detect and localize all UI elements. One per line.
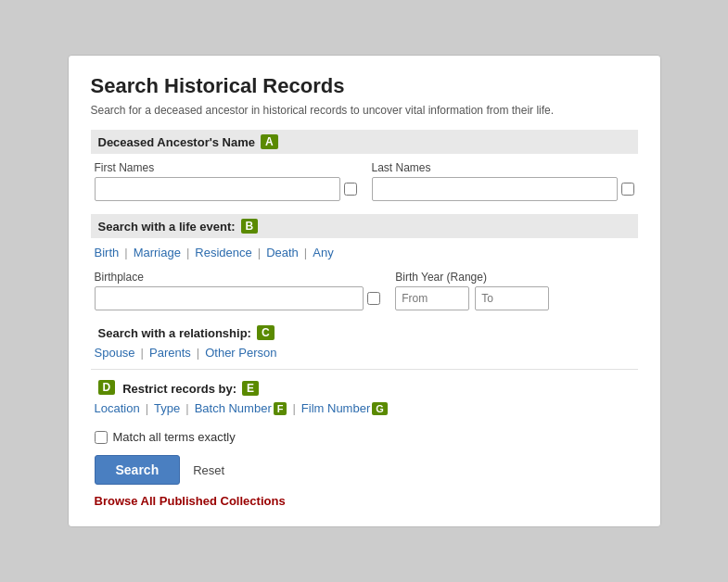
restrict-type[interactable]: Type <box>154 401 180 415</box>
page-subtitle: Search for a deceased ancestor in histor… <box>91 104 638 117</box>
life-event-birth[interactable]: Birth <box>95 246 120 259</box>
birthplace-checkbox[interactable] <box>367 292 380 305</box>
birth-year-label: Birth Year (Range) <box>395 271 633 284</box>
match-exactly-label: Match all terms exactly <box>113 430 236 444</box>
last-name-checkbox[interactable] <box>621 183 634 196</box>
life-event-label: Search with a life event: <box>98 220 236 234</box>
first-name-input-wrap <box>95 177 357 201</box>
divider-1 <box>91 369 638 370</box>
first-name-checkbox[interactable] <box>344 183 357 196</box>
main-card: Search Historical Records Search for a d… <box>68 55 661 527</box>
birth-year-group: Birth Year (Range) <box>395 271 633 310</box>
relationship-label: Search with a relationship: <box>98 326 251 340</box>
badge-d: D <box>98 380 116 395</box>
badge-f: F <box>274 402 287 415</box>
button-row: Search Reset <box>91 455 638 485</box>
last-name-input-wrap <box>372 177 634 201</box>
badge-c: C <box>257 325 275 340</box>
birth-year-from[interactable] <box>395 286 469 310</box>
life-event-any[interactable]: Any <box>313 246 333 259</box>
page-title: Search Historical Records <box>91 74 638 98</box>
restrict-batch-number[interactable]: Batch Number <box>195 401 272 415</box>
badge-a: A <box>261 134 278 149</box>
restrict-label: Restrict records by: <box>122 382 236 396</box>
match-exactly-checkbox[interactable] <box>95 431 108 444</box>
restrict-location[interactable]: Location <box>95 401 140 415</box>
ancestor-name-header: Deceased Ancestor's Name A <box>91 130 638 154</box>
relationship-other[interactable]: Other Person <box>205 346 276 360</box>
search-button[interactable]: Search <box>95 455 181 485</box>
life-event-links: Birth | Marriage | Residence | Death | A… <box>95 246 634 259</box>
first-names-label: First Names <box>95 161 357 174</box>
first-name-group: First Names <box>95 161 357 201</box>
life-event-marriage[interactable]: Marriage <box>134 246 181 259</box>
name-fields-row: First Names Last Names <box>91 161 638 201</box>
life-event-body: Birth | Marriage | Residence | Death | A… <box>91 246 638 259</box>
last-names-label: Last Names <box>372 161 634 174</box>
reset-button[interactable]: Reset <box>193 463 224 477</box>
relationship-parents[interactable]: Parents <box>149 346 191 360</box>
badge-e: E <box>242 381 259 396</box>
birthplace-label: Birthplace <box>95 271 381 284</box>
birth-fields-row: Birthplace Birth Year (Range) <box>91 271 638 310</box>
last-name-group: Last Names <box>372 161 634 201</box>
birth-year-to[interactable] <box>475 286 549 310</box>
browse-link[interactable]: Browse All Published Collections <box>91 494 289 508</box>
ancestor-name-label: Deceased Ancestor's Name <box>98 135 256 149</box>
life-event-residence[interactable]: Residence <box>195 246 251 259</box>
match-exactly-row: Match all terms exactly <box>91 424 638 448</box>
birthplace-group: Birthplace <box>95 271 381 310</box>
restrict-links: Location | Type | Batch Number F | Film … <box>95 401 634 415</box>
badge-b: B <box>241 219 259 234</box>
birthplace-input[interactable] <box>95 286 364 310</box>
restrict-header: D Restrict records by: E <box>95 377 634 398</box>
life-event-header: Search with a life event: B <box>91 214 638 238</box>
birthplace-input-wrap <box>95 286 381 310</box>
restrict-film-number[interactable]: Film Number <box>301 401 370 415</box>
last-name-input[interactable] <box>372 177 618 201</box>
year-inputs-wrap <box>395 286 633 310</box>
relationship-links: Spouse | Parents | Other Person <box>95 346 634 360</box>
relationship-header: Search with a relationship: C <box>95 322 634 342</box>
life-event-death[interactable]: Death <box>266 246 299 259</box>
restrict-section: D Restrict records by: E Location | Type… <box>91 377 638 415</box>
relationship-spouse[interactable]: Spouse <box>95 346 135 360</box>
relationship-section: Search with a relationship: C Spouse | P… <box>91 322 638 360</box>
first-name-input[interactable] <box>95 177 340 201</box>
badge-g: G <box>372 402 388 415</box>
